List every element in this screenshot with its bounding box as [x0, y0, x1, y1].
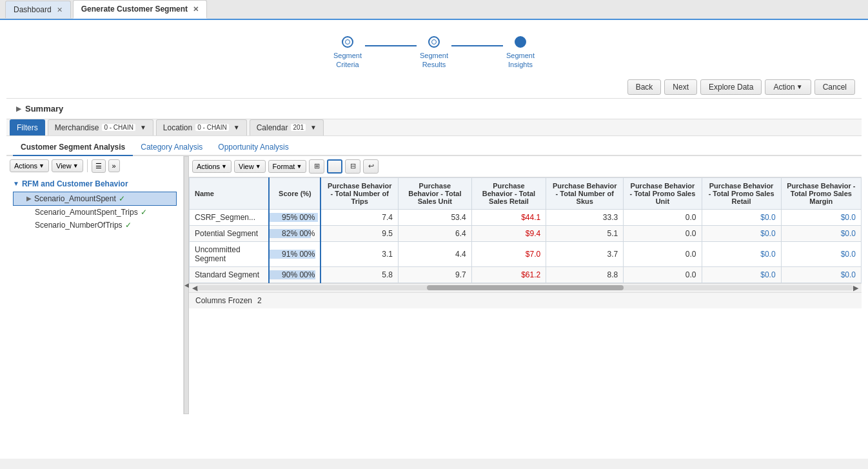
- cell-pb-sales-unit: 9.7: [399, 266, 472, 283]
- tree-separator: [87, 159, 88, 172]
- analysis-tab-category[interactable]: Category Analysis: [133, 139, 210, 156]
- cell-name: Uncommitted Segment: [190, 241, 270, 266]
- cell-score-text: 90% 00%: [282, 270, 315, 279]
- tree-actions-label: Actions: [14, 162, 37, 170]
- cell-pb-promo-unit: 0.0: [624, 266, 702, 283]
- analysis-tab-opportunity[interactable]: Opportunity Analysis: [210, 139, 296, 156]
- tree-view-label: View: [56, 162, 72, 170]
- next-button[interactable]: Next: [664, 79, 697, 95]
- tree-expand-icon-button[interactable]: »: [108, 159, 120, 172]
- tree-list-icon-button[interactable]: ☰: [92, 159, 106, 173]
- cell-pb-sales-unit: 6.4: [399, 225, 472, 241]
- col-header-pb-skus: Purchase Behavior - Total Number of Skus: [546, 177, 624, 209]
- table-body: CSRF_Segmen...95% 00%7.453.4$44.133.30.0…: [190, 209, 862, 283]
- summary-title-text: Summary: [25, 104, 63, 114]
- filter-tab-location-label: Location: [163, 123, 192, 132]
- filter-tab-merchandise-badge: 0 - CHAIN: [102, 124, 135, 131]
- cell-score-text: 91% 00%: [282, 250, 315, 259]
- tree-item-scenario-amount-spent-trips[interactable]: Scenario_AmountSpent_Trips ✓: [13, 206, 177, 219]
- step-insights-label: SegmentInsights: [506, 51, 535, 70]
- tree-item-number-check-icon: ✓: [125, 221, 132, 230]
- scroll-thumb[interactable]: [427, 285, 624, 290]
- cell-pb-promo-unit: 0.0: [624, 225, 702, 241]
- col-header-pb-sales-unit: Purchase Behavior - Total Sales Unit: [399, 177, 472, 209]
- panel-collapse-button[interactable]: ◀: [184, 156, 189, 414]
- filter-tab-merchandise[interactable]: Merchandise 0 - CHAIN ▼: [48, 119, 153, 135]
- scroll-right-arrow[interactable]: ▶: [853, 284, 858, 292]
- filter-tab-calendar-arrow: ▼: [310, 124, 317, 131]
- cell-pb-trips: 3.1: [321, 241, 398, 266]
- action-bar: Back Next Explore Data Action ▼ Cancel: [6, 76, 862, 99]
- cancel-button[interactable]: Cancel: [814, 79, 855, 95]
- scroll-left-arrow[interactable]: ◀: [192, 284, 197, 292]
- filter-tab-location-badge: 0 - CHAIN: [195, 124, 229, 131]
- step-results-circle: [428, 36, 440, 48]
- tab-generate-segment-label: Generate Customer Segment: [81, 5, 188, 14]
- cell-pb-sales-retail: $9.4: [471, 225, 546, 241]
- col-header-pb-sales-retail: Purchase Behavior - Total Sales Retail: [471, 177, 546, 209]
- data-white-icon-button[interactable]: [327, 159, 342, 174]
- filter-tab-location-arrow: ▼: [233, 124, 240, 131]
- cell-pb-skus: 8.8: [546, 266, 624, 283]
- tree-panel: Actions ▼ View ▼ ☰ » ▼ RFM and Cust: [6, 156, 184, 414]
- tab-dashboard-close[interactable]: ✕: [57, 6, 63, 14]
- filter-tab-calendar[interactable]: Calendar 201 ▼: [250, 119, 324, 135]
- summary-title[interactable]: ▶ Summary: [16, 104, 852, 114]
- analysis-tab-customer-segment[interactable]: Customer Segment Analysis: [13, 139, 133, 156]
- tab-dashboard[interactable]: Dashboard ✕: [5, 1, 71, 18]
- summary-section: ▶ Summary: [6, 99, 862, 119]
- filter-tab-merchandise-label: Merchandise: [55, 123, 99, 132]
- analysis-tabs: Customer Segment Analysis Category Analy…: [6, 136, 862, 156]
- filter-tab-calendar-label: Calendar: [257, 123, 288, 132]
- filter-tab-location[interactable]: Location 0 - CHAIN ▼: [156, 119, 247, 135]
- cell-pb-promo-unit: 0.0: [624, 209, 702, 225]
- data-view-label: View: [239, 163, 254, 170]
- table-footer: Columns Frozen 2: [189, 292, 862, 308]
- cell-pb-sales-retail: $61.2: [471, 266, 546, 283]
- tree-actions-arrow: ▼: [39, 163, 44, 169]
- cell-pb-promo-margin: $0.0: [781, 209, 861, 225]
- scroll-track: [197, 285, 853, 290]
- col-header-pb-promo-unit: Purchase Behavior - Total Promo Sales Un…: [624, 177, 702, 209]
- tree-item-scenario-number-of-trips[interactable]: Scenario_NumberOfTrips ✓: [13, 219, 177, 232]
- action-button-label: Action: [773, 83, 794, 92]
- tree-toolbar: Actions ▼ View ▼ ☰ »: [10, 159, 180, 173]
- columns-frozen-value: 2: [257, 296, 262, 305]
- tree-view-button[interactable]: View ▼: [52, 159, 83, 172]
- tree-item-scenario-amount-spent-label: Scenario_AmountSpent: [34, 194, 116, 203]
- tab-generate-segment-close[interactable]: ✕: [193, 5, 199, 14]
- columns-frozen-label: Columns Frozen: [195, 296, 252, 305]
- tabs-bar: Dashboard ✕ Generate Customer Segment ✕: [0, 0, 868, 20]
- analysis-tab-category-label: Category Analysis: [141, 143, 202, 152]
- data-export-icon-button[interactable]: ⊞: [309, 159, 324, 174]
- data-actions-label: Actions: [197, 163, 220, 170]
- data-view-button[interactable]: View ▼: [234, 160, 266, 173]
- cell-score: 82% 00%: [269, 225, 321, 241]
- tree-actions-button[interactable]: Actions ▼: [10, 159, 49, 172]
- filter-tab-calendar-badge: 201: [291, 124, 306, 131]
- step-insights: SegmentInsights: [506, 36, 535, 70]
- data-grid-icon-button[interactable]: ⊟: [345, 159, 360, 174]
- tree-item-scenario-amount-spent[interactable]: ▶ Scenario_AmountSpent ✓: [13, 192, 177, 206]
- data-back-icon-button[interactable]: ↩: [363, 159, 379, 174]
- data-format-arrow: ▼: [296, 163, 302, 170]
- tree-item-expand-icon: ▶: [26, 195, 32, 202]
- cell-pb-promo-unit: 0.0: [624, 241, 702, 266]
- filter-tab-filters[interactable]: Filters: [10, 119, 45, 135]
- step-criteria-label: SegmentCriteria: [333, 51, 362, 70]
- tree-item-trips-check-icon: ✓: [141, 208, 147, 217]
- tree-item-scenario-number-of-trips-label: Scenario_NumberOfTrips: [26, 221, 123, 230]
- content-area: Actions ▼ View ▼ ☰ » ▼ RFM and Cust: [6, 156, 862, 414]
- explore-data-button[interactable]: Explore Data: [700, 79, 762, 95]
- tree-view-arrow: ▼: [73, 163, 79, 169]
- back-button[interactable]: Back: [627, 79, 662, 95]
- action-button[interactable]: Action ▼: [765, 79, 811, 95]
- step-results-label: SegmentResults: [420, 51, 448, 70]
- tab-generate-segment[interactable]: Generate Customer Segment ✕: [73, 0, 207, 19]
- table-row: Standard Segment90% 00%5.89.7$61.28.80.0…: [190, 266, 862, 283]
- col-header-pb-trips: Purchase Behavior - Total Number of Trip…: [321, 177, 398, 209]
- h-scrollbar[interactable]: ◀ ▶: [189, 283, 862, 292]
- data-actions-button[interactable]: Actions ▼: [192, 160, 232, 173]
- step-insights-circle: [515, 36, 526, 48]
- data-format-button[interactable]: Format ▼: [268, 160, 307, 173]
